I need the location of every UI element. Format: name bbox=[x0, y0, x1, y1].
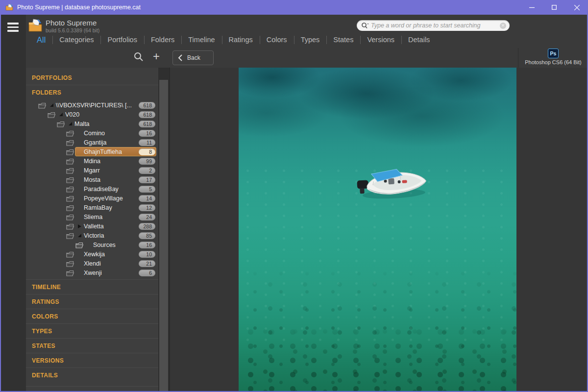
tree-row-mosta[interactable]: Mosta17 bbox=[26, 175, 158, 184]
tab-ratings[interactable]: Ratings bbox=[222, 36, 260, 47]
tree-label: Valletta bbox=[83, 223, 139, 230]
tree-row-sources[interactable]: Sources16 bbox=[26, 240, 158, 249]
tree-row-xewkija[interactable]: Xewkija10 bbox=[26, 249, 158, 259]
tab-folders[interactable]: Folders bbox=[144, 36, 181, 47]
tab-states[interactable]: States bbox=[326, 36, 360, 47]
tab-timeline[interactable]: Timeline bbox=[181, 36, 221, 47]
count-badge: 21 bbox=[139, 260, 155, 267]
count-badge: 16 bbox=[139, 242, 155, 248]
scrollbar-thumb[interactable] bbox=[159, 80, 168, 391]
count-badge: 11 bbox=[139, 139, 155, 146]
section-header-timeline[interactable]: TIMELINE bbox=[26, 279, 158, 294]
section-header-details[interactable]: DETAILS bbox=[26, 368, 158, 382]
section-header-types[interactable]: TYPES bbox=[26, 323, 158, 338]
tree-row-victoria[interactable]: Victoria85 bbox=[26, 231, 158, 240]
count-badge: 618 bbox=[139, 102, 155, 109]
folder-icon bbox=[38, 102, 46, 108]
tab-colors[interactable]: Colors bbox=[260, 36, 294, 47]
tree-row-paradisebay[interactable]: ParadiseBay5 bbox=[26, 184, 158, 194]
tab-portfolios[interactable]: Portfolios bbox=[100, 36, 144, 47]
folder-icon bbox=[66, 139, 74, 146]
count-badge: 85 bbox=[139, 232, 155, 239]
tree-row-v020[interactable]: V020618 bbox=[26, 110, 158, 119]
hamburger-menu-icon[interactable] bbox=[7, 23, 19, 34]
expand-open-icon[interactable] bbox=[57, 113, 64, 116]
folder-icon bbox=[66, 186, 74, 192]
filter-search-icon[interactable] bbox=[133, 51, 144, 62]
count-badge: 618 bbox=[139, 111, 155, 118]
count-badge: 6 bbox=[139, 270, 155, 276]
tree-label: Xlendi bbox=[83, 260, 139, 267]
tree-row-mdina[interactable]: Mdina99 bbox=[26, 156, 158, 166]
toolbar: + Back Ps Photoshop CS6 (64 Bit) bbox=[26, 47, 588, 68]
expand-closed-icon[interactable] bbox=[76, 224, 83, 228]
tree-row-ggantija[interactable]: Ggantija11 bbox=[26, 138, 158, 147]
section-header-colors[interactable]: COLORS bbox=[26, 309, 158, 323]
tree-label: Mgarr bbox=[83, 167, 139, 174]
tree-label: Ggantija bbox=[83, 139, 139, 146]
header: Photo Supreme build 5.6.0.3389 (64 bit) … bbox=[26, 15, 588, 47]
folder-icon bbox=[66, 223, 74, 229]
tree-row-valletta[interactable]: Valletta288 bbox=[26, 221, 158, 231]
tree-row-comino[interactable]: Comino16 bbox=[26, 128, 158, 138]
tab-details[interactable]: Details bbox=[401, 36, 437, 47]
tree-label: V020 bbox=[64, 111, 139, 118]
folder-icon bbox=[57, 121, 65, 127]
photoshop-icon: Ps bbox=[548, 49, 559, 58]
tab-all[interactable]: All bbox=[30, 35, 52, 47]
folder-icon bbox=[66, 158, 74, 164]
close-button[interactable] bbox=[565, 0, 588, 15]
photo-sea-boat[interactable] bbox=[239, 68, 516, 392]
section-divider bbox=[26, 386, 158, 387]
section-header-ratings[interactable]: RATINGS bbox=[26, 294, 158, 309]
tree-row--vboxsvr-pictures-[interactable]: \\VBOXSVR\PICTURES\ [...618 bbox=[26, 100, 158, 110]
section-header-versions[interactable]: VERSIONS bbox=[26, 353, 158, 368]
count-badge: 5 bbox=[139, 186, 155, 193]
expand-open-icon[interactable] bbox=[67, 122, 74, 125]
tree-row-ghajntuffieha[interactable]: GhajnTuffieha8 bbox=[26, 147, 158, 156]
tab-types[interactable]: Types bbox=[294, 36, 327, 47]
minimize-button[interactable] bbox=[520, 0, 543, 15]
tree-row-malta[interactable]: Malta618 bbox=[26, 119, 158, 128]
tree-row-xlendi[interactable]: Xlendi21 bbox=[26, 259, 158, 268]
back-button[interactable]: Back bbox=[172, 50, 214, 65]
seabed-rocks-dense bbox=[239, 320, 516, 392]
count-badge: 288 bbox=[139, 223, 155, 230]
search-box[interactable]: ✕ bbox=[357, 20, 510, 31]
tree-label: Xewkija bbox=[83, 251, 139, 258]
count-badge: 618 bbox=[139, 121, 155, 127]
folder-icon bbox=[66, 232, 74, 239]
external-editor-button[interactable]: Ps Photoshop CS6 (64 Bit) bbox=[518, 47, 588, 68]
add-folder-button[interactable]: + bbox=[151, 51, 162, 62]
section-header-states[interactable]: STATES bbox=[26, 338, 158, 353]
tree-label: Mdina bbox=[83, 158, 139, 165]
titlebar: Photo Supreme | database photosupreme.ca… bbox=[0, 0, 588, 15]
search-input[interactable] bbox=[369, 22, 500, 29]
section-header-portfolios[interactable]: PORTFOLIOS bbox=[26, 71, 158, 85]
tree-label: Victoria bbox=[83, 232, 139, 239]
tree-row-xwenji[interactable]: Xwenji6 bbox=[26, 268, 158, 277]
chevron-left-icon bbox=[178, 54, 182, 61]
tree-row-mgarr[interactable]: Mgarr2 bbox=[26, 166, 158, 175]
sidebar-scrollbar[interactable] bbox=[158, 68, 169, 392]
section-header-folders[interactable]: FOLDERS bbox=[26, 85, 158, 99]
folder-icon bbox=[66, 148, 74, 155]
tree-label: Sliema bbox=[83, 214, 139, 220]
count-badge: 24 bbox=[139, 214, 155, 220]
tab-versions[interactable]: Versions bbox=[360, 36, 401, 47]
expand-open-icon[interactable] bbox=[76, 234, 83, 237]
tree-label: RamlaBay bbox=[83, 204, 139, 211]
tree-label: GhajnTuffieha bbox=[83, 148, 139, 155]
search-clear-icon[interactable]: ✕ bbox=[500, 23, 506, 29]
maximize-button[interactable] bbox=[543, 0, 565, 15]
search-magnifier-icon[interactable] bbox=[361, 22, 369, 29]
tree-row-sliema[interactable]: Sliema24 bbox=[26, 212, 158, 221]
tab-categories[interactable]: Categories bbox=[52, 36, 100, 47]
expand-open-icon[interactable] bbox=[48, 103, 55, 107]
external-editor-label: Photoshop CS6 (64 Bit) bbox=[518, 59, 588, 65]
tree-row-ramlabay[interactable]: RamlaBay12 bbox=[26, 203, 158, 212]
tab-bar: AllCategoriesPortfoliosFoldersTimelineRa… bbox=[30, 34, 437, 47]
tree-row-popeyevillage[interactable]: PopeyeVillage14 bbox=[26, 194, 158, 203]
tree-label: PopeyeVillage bbox=[83, 195, 139, 202]
tree-label: \\VBOXSVR\PICTURES\ [... bbox=[55, 102, 139, 109]
